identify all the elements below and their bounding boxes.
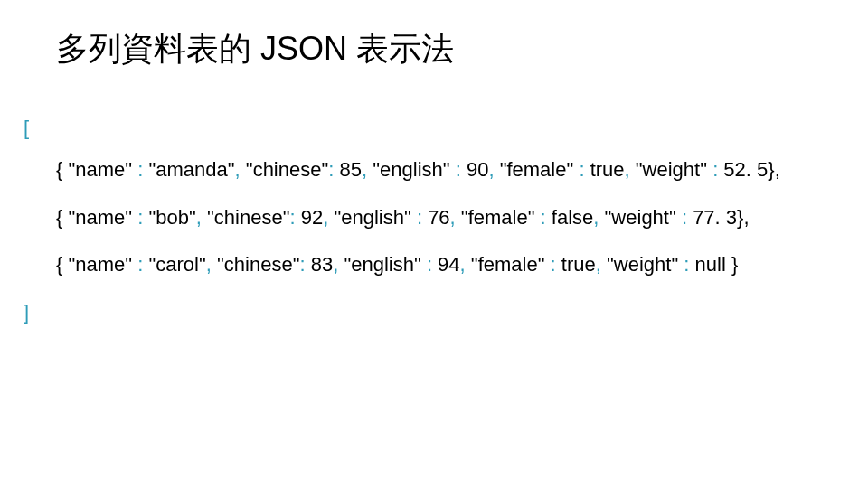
weight-key: "weight" xyxy=(636,158,707,181)
name-key: "name" xyxy=(68,158,132,181)
colon: : xyxy=(299,253,310,276)
close-brace: }, xyxy=(737,206,749,229)
sep: , xyxy=(460,253,471,276)
sep: , xyxy=(323,206,334,229)
json-close-bracket: ] xyxy=(24,301,868,324)
colon: : xyxy=(573,158,590,181)
close-brace: }, xyxy=(768,158,779,181)
colon: : xyxy=(132,206,148,229)
weight-key: "weight" xyxy=(607,253,678,276)
name-val: "amanda" xyxy=(148,158,234,181)
sep: , xyxy=(596,253,607,276)
colon: : xyxy=(544,253,561,276)
chinese-val: 92 xyxy=(301,206,323,229)
colon: : xyxy=(676,206,693,229)
chinese-key: "chinese" xyxy=(217,253,299,276)
english-key: "english" xyxy=(373,158,449,181)
json-open-bracket: [ xyxy=(24,117,868,140)
colon: : xyxy=(132,158,148,181)
female-key: "female" xyxy=(471,253,545,276)
colon: : xyxy=(411,206,428,229)
colon: : xyxy=(421,253,438,276)
json-record: { "name" : "carol", "chinese": 83, "engl… xyxy=(56,253,868,277)
slide-title: 多列資料表的 JSON 表示法 xyxy=(56,27,868,71)
slide: 多列資料表的 JSON 表示法 [ { "name" : "amanda", "… xyxy=(0,0,868,488)
sep: , xyxy=(196,206,207,229)
name-val: "bob" xyxy=(148,206,195,229)
chinese-val: 85 xyxy=(340,158,362,181)
colon: : xyxy=(328,158,339,181)
sep: , xyxy=(625,158,636,181)
json-records: { "name" : "amanda", "chinese": 85, "eng… xyxy=(0,158,868,277)
colon: : xyxy=(450,158,467,181)
english-val: 90 xyxy=(467,158,488,181)
sep: , xyxy=(450,206,461,229)
colon: : xyxy=(289,206,300,229)
open-brace: { xyxy=(56,158,68,181)
chinese-key: "chinese" xyxy=(246,158,328,181)
colon: : xyxy=(678,253,694,276)
json-record: { "name" : "amanda", "chinese": 85, "eng… xyxy=(56,158,868,182)
chinese-val: 83 xyxy=(311,253,333,276)
female-val: false xyxy=(552,206,593,229)
name-key: "name" xyxy=(68,206,132,229)
english-val: 94 xyxy=(438,253,459,276)
json-record: { "name" : "bob", "chinese": 92, "englis… xyxy=(56,206,868,230)
weight-key: "weight" xyxy=(605,206,676,229)
female-val: true xyxy=(561,253,596,276)
colon: : xyxy=(535,206,552,229)
female-val: true xyxy=(590,158,625,181)
name-key: "name" xyxy=(68,253,132,276)
weight-val: 52. 5 xyxy=(723,158,768,181)
chinese-key: "chinese" xyxy=(207,206,289,229)
sep: , xyxy=(488,158,499,181)
open-brace: { xyxy=(56,206,68,229)
sep: , xyxy=(333,253,344,276)
female-key: "female" xyxy=(500,158,574,181)
english-key: "english" xyxy=(334,206,410,229)
close-brace: } xyxy=(731,253,738,276)
sep: , xyxy=(235,158,246,181)
sep: , xyxy=(362,158,373,181)
female-key: "female" xyxy=(461,206,535,229)
open-brace: { xyxy=(56,253,68,276)
sep: , xyxy=(206,253,217,276)
sep: , xyxy=(593,206,604,229)
weight-val: null xyxy=(695,253,731,276)
weight-val: 77. 3 xyxy=(693,206,737,229)
colon: : xyxy=(707,158,723,181)
colon: : xyxy=(132,253,148,276)
english-val: 76 xyxy=(428,206,449,229)
name-val: "carol" xyxy=(148,253,205,276)
english-key: "english" xyxy=(344,253,420,276)
